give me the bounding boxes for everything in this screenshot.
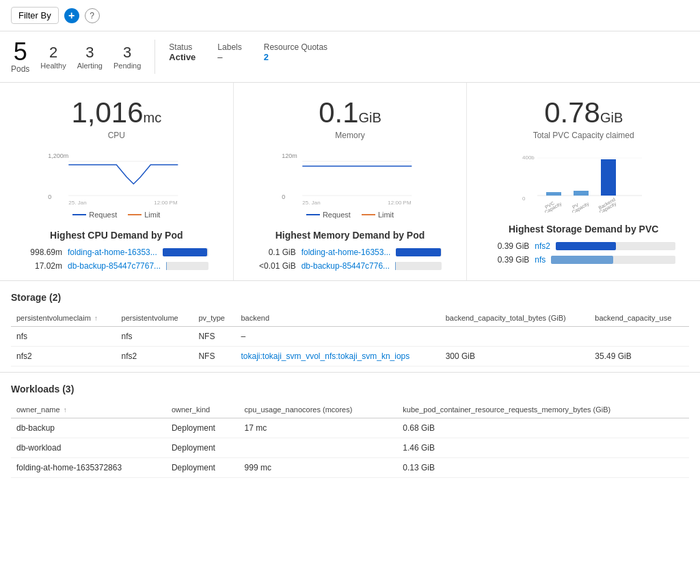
svg-text:120m: 120m bbox=[282, 152, 297, 159]
alerting-label: Alerting bbox=[77, 62, 103, 70]
status-meta: Status Active bbox=[169, 42, 196, 62]
alerting-count: 3 bbox=[77, 44, 103, 62]
mem-request-label: Request bbox=[323, 211, 351, 219]
pvc-chart: 400b 0 PVC Capacity PV Capacity bbox=[478, 151, 689, 213]
pvc-label: Total PVC Capacity claimed bbox=[478, 131, 689, 140]
workload-row-0: db-backup Deployment 17 mc 0.68 GiB bbox=[11, 418, 689, 438]
quotas-key: Resource Quotas bbox=[264, 42, 327, 52]
storage-row-1: nfs2 nfs2 NFS tokaji:tokaji_svm_vvol_nfs… bbox=[11, 347, 689, 366]
storage-demand: Highest Storage Demand by PVC 0.39 GiB n… bbox=[478, 218, 689, 274]
storage-row-0: nfs nfs NFS – bbox=[11, 327, 689, 347]
cpu-demand-link-1[interactable]: db-backup-85447c7767... bbox=[68, 261, 161, 271]
limit-label: Limit bbox=[144, 211, 160, 219]
svg-text:400b: 400b bbox=[522, 155, 535, 161]
memory-demand-link-0[interactable]: folding-at-home-16353... bbox=[301, 248, 391, 257]
cpu-demand-row-0: 998.69m folding-at-home-16353... bbox=[25, 248, 208, 257]
mem-limit-label: Limit bbox=[378, 211, 394, 219]
cpu-panel: 1,016mc CPU 1,200m 0 25. Jan 12:00 PM Re… bbox=[0, 83, 234, 280]
memory-demand-title: Highest Memory Demand by Pod bbox=[258, 230, 442, 241]
workloads-table-wrap[interactable]: owner_name ↑ owner_kind cpu_usage_nanoco… bbox=[11, 401, 689, 478]
cpu-legend: Request Limit bbox=[11, 211, 222, 219]
cpu-demand-link-0[interactable]: folding-at-home-16353... bbox=[68, 248, 157, 257]
backend-link[interactable]: tokaji:tokaji_svm_vvol_nfs:tokaji_svm_kn… bbox=[241, 351, 409, 361]
svg-text:1,200m: 1,200m bbox=[48, 152, 68, 159]
pvc-panel: 0.78GiB Total PVC Capacity claimed 400b … bbox=[467, 83, 700, 280]
filter-button[interactable]: Filter By bbox=[11, 7, 59, 24]
cpu-unit: mc bbox=[144, 110, 162, 125]
memory-label: Memory bbox=[245, 131, 456, 140]
memory-value: 0.1 bbox=[319, 96, 358, 129]
memory-demand-link-1[interactable]: db-backup-85447c776... bbox=[301, 261, 390, 271]
storage-demand-title: Highest Storage Demand by PVC bbox=[492, 224, 675, 235]
cpu-value: 1,016 bbox=[71, 96, 143, 129]
workloads-title: Workloads (3) bbox=[11, 384, 689, 395]
workloads-header: owner_name ↑ owner_kind cpu_usage_nanoco… bbox=[11, 401, 689, 418]
request-label: Request bbox=[89, 211, 117, 219]
healthy-count: 2 bbox=[40, 44, 66, 62]
pending-stat: 3 Pending bbox=[113, 44, 141, 70]
status-key: Status bbox=[169, 42, 196, 52]
svg-text:25. Jan: 25. Jan bbox=[302, 200, 320, 206]
workloads-table: owner_name ↑ owner_kind cpu_usage_nanoco… bbox=[11, 401, 689, 478]
storage-demand-link-1[interactable]: nfs bbox=[535, 255, 546, 265]
labels-meta: Labels – bbox=[217, 42, 241, 62]
cpu-demand: Highest CPU Demand by Pod 998.69m foldin… bbox=[11, 224, 222, 280]
add-button[interactable]: + bbox=[64, 8, 79, 23]
status-val: Active bbox=[169, 52, 196, 62]
pvc-unit: GiB bbox=[600, 110, 623, 125]
healthy-label: Healthy bbox=[40, 62, 66, 70]
col-backend[interactable]: backend bbox=[235, 310, 440, 327]
request-legend: Request bbox=[72, 211, 117, 219]
col-owner-name[interactable]: owner_name ↑ bbox=[11, 401, 166, 418]
summary-bar: 5 Pods 2 Healthy 3 Alerting 3 Pending St… bbox=[0, 31, 700, 83]
request-line bbox=[72, 214, 86, 215]
storage-demand-link-0[interactable]: nfs2 bbox=[535, 241, 550, 251]
svg-text:0: 0 bbox=[48, 193, 51, 200]
col-pvc[interactable]: persistentvolumeclaim ↑ bbox=[11, 310, 116, 327]
col-cpu-usage[interactable]: cpu_usage_nanocores (mcores) bbox=[239, 401, 398, 418]
cpu-demand-row-1: 17.02m db-backup-85447c7767... bbox=[25, 261, 208, 271]
storage-section: Storage (2) persistentvolumeclaim ↑ pers… bbox=[0, 281, 700, 373]
healthy-stat: 2 Healthy bbox=[40, 44, 66, 70]
storage-title: Storage (2) bbox=[11, 292, 689, 303]
pods-count: 5 bbox=[11, 40, 29, 64]
memory-sparkline: 120m 0 25. Jan 12:00 PM bbox=[245, 151, 456, 206]
pods-block: 5 Pods 2 Healthy 3 Alerting 3 Pending bbox=[11, 40, 155, 74]
pods-stats: 2 Healthy 3 Alerting 3 Pending bbox=[40, 44, 141, 70]
memory-demand: Highest Memory Demand by Pod 0.1 GiB fol… bbox=[245, 224, 456, 280]
top-bar: Filter By + ? bbox=[0, 0, 700, 31]
labels-val: – bbox=[217, 52, 241, 62]
pvc-bar-chart: 400b 0 PVC Capacity PV Capacity bbox=[522, 151, 645, 213]
quotas-val[interactable]: 2 bbox=[264, 52, 327, 62]
svg-text:25. Jan: 25. Jan bbox=[68, 200, 86, 206]
storage-table-header: persistentvolumeclaim ↑ persistentvolume… bbox=[11, 310, 689, 327]
meta-block: Status Active Labels – Resource Quotas 2 bbox=[169, 40, 327, 74]
storage-demand-row-0: 0.39 GiB nfs2 bbox=[492, 241, 675, 251]
labels-key: Labels bbox=[217, 42, 241, 52]
cpu-label: CPU bbox=[11, 131, 222, 140]
col-memory-req[interactable]: kube_pod_container_resource_requests_mem… bbox=[397, 401, 689, 418]
memory-panel: 0.1GiB Memory 120m 0 25. Jan 12:00 PM Re… bbox=[234, 83, 468, 280]
alerting-stat: 3 Alerting bbox=[77, 44, 103, 70]
pvc-value: 0.78 bbox=[544, 96, 600, 129]
col-capacity[interactable]: backend_capacity_total_bytes (GiB) bbox=[440, 310, 590, 327]
cpu-chart: 1,200m 0 25. Jan 12:00 PM Request Li bbox=[11, 151, 222, 219]
col-used[interactable]: backend_capacity_use bbox=[589, 310, 689, 327]
svg-text:0: 0 bbox=[282, 193, 285, 200]
col-owner-kind[interactable]: owner_kind bbox=[166, 401, 239, 418]
svg-text:12:00 PM: 12:00 PM bbox=[388, 200, 412, 206]
storage-table-wrap[interactable]: persistentvolumeclaim ↑ persistentvolume… bbox=[11, 310, 689, 366]
memory-legend: Request Limit bbox=[245, 211, 456, 219]
storage-demand-row-1: 0.39 GiB nfs bbox=[492, 255, 675, 265]
quotas-meta: Resource Quotas 2 bbox=[264, 42, 327, 62]
workload-row-2: folding-at-home-1635372863 Deployment 99… bbox=[11, 458, 689, 478]
memory-demand-row-1: <0.01 GiB db-backup-85447c776... bbox=[258, 261, 442, 271]
svg-rect-18 bbox=[601, 159, 616, 196]
limit-legend: Limit bbox=[128, 211, 160, 219]
col-pv[interactable]: persistentvolume bbox=[116, 310, 193, 327]
cpu-sparkline: 1,200m 0 25. Jan 12:00 PM bbox=[11, 151, 222, 206]
memory-demand-row-0: 0.1 GiB folding-at-home-16353... bbox=[258, 248, 442, 257]
col-pvtype[interactable]: pv_type bbox=[193, 310, 235, 327]
limit-line bbox=[128, 214, 142, 215]
help-button[interactable]: ? bbox=[85, 8, 100, 23]
